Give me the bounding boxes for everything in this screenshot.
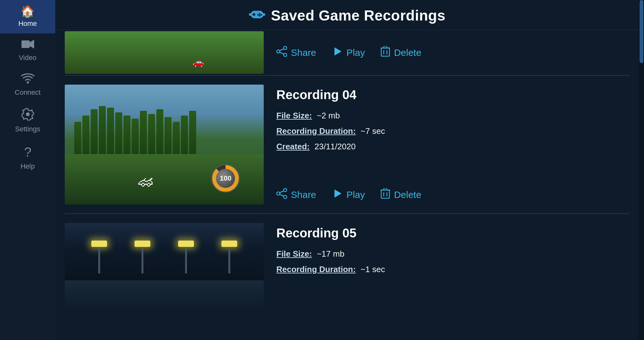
file-size-value-05: ~17 mb — [317, 249, 344, 259]
tree — [82, 116, 89, 157]
delete-label-04: Delete — [394, 189, 421, 200]
recording-card-partial-top: 🚗 Share — [65, 30, 629, 76]
sidebar-label-connect: Connect — [15, 88, 41, 97]
delete-icon-partial — [381, 46, 390, 59]
duration-label-05: Recording Duration: — [276, 265, 356, 274]
trees-decoration — [65, 106, 264, 157]
file-size-row-04: File Size: ~2 mb — [276, 111, 629, 121]
settings-icon — [21, 108, 34, 122]
created-row-04: Created: 23/11/2020 — [276, 142, 629, 152]
scrollbar-track[interactable] — [639, 0, 644, 340]
svg-point-27 — [277, 192, 280, 195]
svg-point-28 — [284, 195, 287, 199]
sidebar-item-home[interactable]: 🏠 Home — [0, 0, 55, 33]
tree — [123, 116, 130, 157]
duration-value-05: ~1 sec — [361, 265, 385, 274]
recording-meta-04: Recording 04 File Size: ~2 mb Recording … — [276, 88, 629, 152]
delete-button-04[interactable]: Delete — [381, 188, 421, 201]
light-post-4 — [221, 241, 237, 273]
play-icon-partial — [332, 46, 343, 59]
share-icon-partial — [276, 46, 287, 59]
play-label-partial: Play — [346, 47, 365, 58]
boost-value-04: 100 — [216, 169, 235, 188]
tree — [165, 117, 172, 157]
recording-title-05: Recording 05 — [276, 226, 629, 240]
recording-title-04: Recording 04 — [276, 88, 629, 102]
svg-rect-7 — [249, 13, 253, 16]
svg-point-11 — [259, 13, 260, 15]
light-head — [135, 241, 150, 247]
tree — [74, 122, 81, 157]
tree — [181, 116, 188, 157]
svg-marker-20 — [334, 47, 341, 56]
svg-rect-32 — [381, 190, 389, 198]
sidebar-item-help[interactable]: ? Help — [0, 139, 55, 176]
sidebar-item-connect[interactable]: Connect — [0, 68, 55, 102]
light-head — [91, 241, 107, 247]
duration-value-04: ~7 sec — [361, 126, 385, 136]
recording-meta-05: Recording 05 File Size: ~17 mb Recording… — [276, 226, 629, 274]
svg-point-15 — [284, 46, 287, 50]
page-header: Saved Game Recordings — [55, 0, 639, 30]
svg-rect-23 — [384, 46, 387, 48]
tree — [99, 106, 106, 157]
svg-point-4 — [26, 113, 29, 116]
play-button-04[interactable]: Play — [332, 188, 365, 201]
svg-point-16 — [277, 50, 280, 53]
recording-info-05: Recording 05 File Size: ~17 mb Recording… — [276, 223, 629, 311]
svg-text:?: ? — [24, 145, 31, 158]
svg-line-18 — [280, 49, 284, 51]
svg-rect-10 — [252, 14, 256, 15]
tree — [140, 111, 147, 157]
sidebar-item-video[interactable]: Video — [0, 33, 55, 68]
file-size-row-05: File Size: ~17 mb — [276, 249, 629, 259]
share-label-partial: Share — [291, 47, 316, 58]
tree — [148, 114, 155, 157]
svg-point-2 — [27, 81, 29, 84]
svg-marker-1 — [30, 40, 34, 49]
svg-rect-21 — [381, 48, 389, 56]
boost-meter-04: 100 — [211, 164, 240, 193]
created-label-04: Created: — [276, 142, 310, 151]
light-head — [221, 241, 237, 247]
sidebar-label-video: Video — [19, 54, 37, 62]
share-button-partial[interactable]: Share — [276, 46, 316, 59]
play-icon-04 — [332, 188, 343, 201]
recording-card-04: 🏎 100 Recording 04 File Size: ~2 mb — [65, 76, 629, 214]
light-post-1 — [91, 241, 107, 273]
recording-actions-partial: Share Play — [276, 46, 421, 59]
sidebar-item-settings[interactable]: Settings — [0, 102, 55, 139]
duration-row-04: Recording Duration: ~7 sec — [276, 126, 629, 136]
share-icon-04 — [276, 188, 287, 201]
scrollbar-thumb[interactable] — [640, 0, 643, 63]
svg-point-17 — [284, 53, 287, 57]
delete-label-partial: Delete — [394, 47, 421, 58]
recording-actions-04: Share Play — [276, 188, 629, 201]
light-pole — [185, 248, 187, 273]
file-size-label-05: File Size: — [276, 249, 312, 259]
car-icon-04: 🏎 — [138, 173, 153, 190]
tree — [156, 109, 163, 157]
delete-button-partial[interactable]: Delete — [381, 46, 421, 59]
svg-line-19 — [280, 52, 284, 54]
share-label-04: Share — [291, 189, 316, 200]
sidebar: 🏠 Home Video Connect — [0, 0, 55, 340]
recording-thumbnail-05 — [65, 223, 264, 311]
recording-thumbnail-partial: 🚗 — [65, 31, 264, 74]
video-icon — [21, 39, 34, 51]
svg-point-13 — [259, 15, 260, 17]
play-button-partial[interactable]: Play — [332, 46, 365, 59]
light-pole — [141, 248, 143, 273]
light-post-2 — [135, 241, 150, 273]
tree — [115, 112, 122, 157]
tree — [91, 109, 98, 157]
svg-line-29 — [280, 191, 284, 193]
share-button-04[interactable]: Share — [276, 188, 316, 201]
svg-point-12 — [260, 14, 262, 16]
help-icon: ? — [22, 145, 33, 160]
duration-label-04: Recording Duration: — [276, 126, 356, 136]
sidebar-label-home: Home — [18, 20, 37, 28]
field-floor-05 — [65, 280, 264, 311]
svg-rect-34 — [384, 188, 387, 190]
file-size-label-04: File Size: — [276, 111, 312, 120]
